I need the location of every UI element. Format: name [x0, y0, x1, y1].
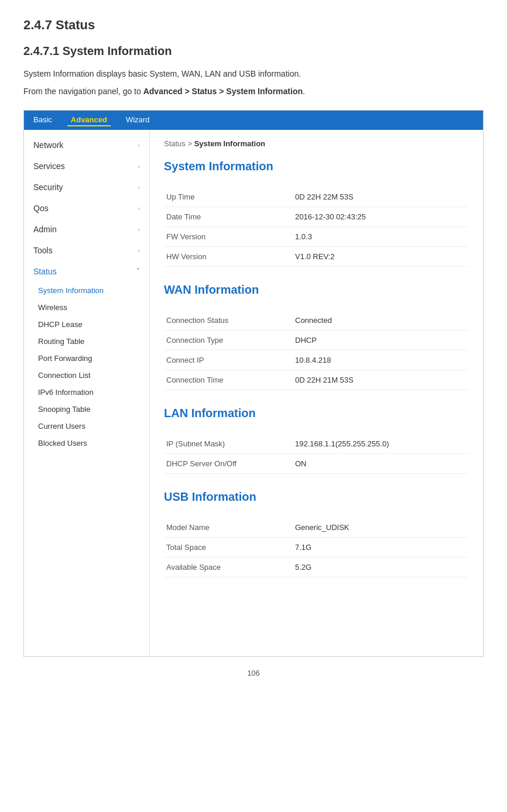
chevron-right-icon: ›	[138, 247, 140, 254]
sidebar-label-status: Status	[33, 267, 57, 276]
table-row: Model Name Generic_UDISK	[164, 518, 469, 538]
sidebar-item-network[interactable]: Network ›	[24, 135, 149, 156]
sidebar-item-security[interactable]: Security ›	[24, 177, 149, 198]
usb-total-label: Total Space	[166, 543, 295, 552]
doc-para2-after: .	[303, 87, 305, 96]
table-row: Connect IP 10.8.4.218	[164, 350, 469, 370]
table-row: Connection Type DHCP	[164, 331, 469, 350]
lan-dhcp-label: DHCP Server On/Off	[166, 459, 295, 468]
sidebar-sub-connection-list[interactable]: Connection List	[24, 367, 149, 384]
chevron-right-icon: ›	[138, 184, 140, 191]
table-row: Date Time 2016-12-30 02:43:25	[164, 207, 469, 227]
wan-conn-type-value: DHCP	[295, 336, 317, 345]
table-row: IP (Subnet Mask) 192.168.1.1(255.255.255…	[164, 434, 469, 454]
sidebar-sub-dhcp-lease[interactable]: DHCP Lease	[24, 316, 149, 333]
wan-conn-status-value: Connected	[295, 316, 332, 325]
sidebar-item-admin[interactable]: Admin ›	[24, 219, 149, 240]
sidebar-sub-routing-table[interactable]: Routing Table	[24, 333, 149, 350]
wan-connect-ip-label: Connect IP	[166, 356, 295, 364]
main-area: Network › Services › Security › Qos › Ad…	[24, 130, 483, 656]
wan-conn-time-value: 0D 22H 21M 53S	[295, 376, 354, 384]
content-panel: Status > System Information System Infor…	[150, 130, 483, 656]
doc-para1: System Information displays basic System…	[23, 67, 484, 80]
usb-info-title: USB Information	[164, 490, 469, 507]
chevron-right-icon: ›	[138, 205, 140, 212]
doc-para2-before: From the navigation panel, go to	[23, 87, 143, 96]
wan-conn-type-label: Connection Type	[166, 336, 295, 345]
usb-model-value: Generic_UDISK	[295, 523, 349, 532]
sidebar-item-qos[interactable]: Qos ›	[24, 198, 149, 219]
sys-datetime-value: 2016-12-30 02:43:25	[295, 212, 366, 221]
page-number: 106	[247, 669, 260, 677]
sidebar-label-qos: Qos	[33, 204, 49, 213]
sidebar-item-status[interactable]: Status ˅	[24, 261, 149, 282]
sidebar-sub-snooping[interactable]: Snooping Table	[24, 401, 149, 418]
sidebar-label-admin: Admin	[33, 225, 57, 234]
sidebar-item-tools[interactable]: Tools ›	[24, 240, 149, 261]
sys-uptime-label: Up Time	[166, 192, 295, 201]
table-row: FW Version 1.0.3	[164, 227, 469, 247]
doc-subtitle: 2.4.7.1 System Information	[23, 44, 484, 58]
sidebar-label-tools: Tools	[33, 246, 53, 255]
system-info-table: Up Time 0D 22H 22M 53S Date Time 2016-12…	[164, 187, 469, 267]
wan-info-title: WAN Information	[164, 283, 469, 300]
sidebar-sub-ipv6[interactable]: IPv6 Information	[24, 384, 149, 401]
top-nav: Basic Advanced Wizard	[24, 111, 483, 130]
sidebar-sub-current-users[interactable]: Current Users	[24, 418, 149, 435]
table-row: Total Space 7.1G	[164, 538, 469, 558]
wan-connect-ip-value: 10.8.4.218	[295, 356, 331, 364]
sys-hw-value: V1.0 REV:2	[295, 252, 334, 261]
chevron-down-icon: ˅	[136, 267, 140, 275]
breadcrumb: Status > System Information	[164, 139, 469, 148]
sidebar-label-services: Services	[33, 161, 65, 171]
sidebar-sub: System Information Wireless DHCP Lease R…	[24, 282, 149, 452]
chevron-right-icon: ›	[138, 226, 140, 233]
wan-info-table: Connection Status Connected Connection T…	[164, 311, 469, 390]
wan-conn-time-label: Connection Time	[166, 376, 295, 384]
sidebar-label-network: Network	[33, 140, 63, 150]
lan-info-table: IP (Subnet Mask) 192.168.1.1(255.255.255…	[164, 434, 469, 474]
chevron-right-icon: ›	[138, 163, 140, 170]
lan-dhcp-value: ON	[295, 459, 307, 468]
sys-datetime-label: Date Time	[166, 212, 295, 221]
wan-conn-status-label: Connection Status	[166, 316, 295, 325]
usb-info-table: Model Name Generic_UDISK Total Space 7.1…	[164, 518, 469, 577]
usb-total-value: 7.1G	[295, 543, 311, 552]
nav-wizard[interactable]: Wizard	[122, 114, 153, 126]
nav-basic[interactable]: Basic	[30, 114, 56, 126]
screenshot-box: Basic Advanced Wizard Network › Services…	[23, 110, 484, 657]
sidebar-sub-port-forwarding[interactable]: Port Forwarding	[24, 350, 149, 367]
doc-para2-bold: Advanced > Status > System Information	[143, 87, 303, 96]
table-row: DHCP Server On/Off ON	[164, 454, 469, 474]
doc-para2: From the navigation panel, go to Advance…	[23, 85, 484, 98]
breadcrumb-current: System Information	[194, 139, 265, 148]
table-row: Available Space 5.2G	[164, 558, 469, 577]
nav-advanced[interactable]: Advanced	[67, 114, 111, 126]
lan-ip-label: IP (Subnet Mask)	[166, 439, 295, 448]
sidebar-sub-wireless[interactable]: Wireless	[24, 299, 149, 316]
page-footer: 106	[23, 657, 484, 683]
breadcrumb-separator: >	[186, 139, 194, 148]
sys-fw-value: 1.0.3	[295, 232, 312, 241]
sidebar-item-services[interactable]: Services ›	[24, 156, 149, 177]
sidebar-label-security: Security	[33, 183, 63, 192]
sys-fw-label: FW Version	[166, 232, 295, 241]
usb-model-label: Model Name	[166, 523, 295, 532]
sidebar-sub-blocked-users[interactable]: Blocked Users	[24, 435, 149, 452]
sys-hw-label: HW Version	[166, 252, 295, 261]
table-row: Connection Status Connected	[164, 311, 469, 331]
page-wrapper: 2.4.7 Status 2.4.7.1 System Information …	[0, 0, 507, 701]
doc-title: 2.4.7 Status	[23, 18, 484, 33]
chevron-right-icon: ›	[138, 142, 140, 149]
lan-ip-value: 192.168.1.1(255.255.255.0)	[295, 439, 389, 448]
table-row: Up Time 0D 22H 22M 53S	[164, 187, 469, 207]
table-row: Connection Time 0D 22H 21M 53S	[164, 370, 469, 390]
usb-avail-label: Available Space	[166, 563, 295, 572]
sidebar-sub-system-info[interactable]: System Information	[24, 282, 149, 299]
system-info-title: System Information	[164, 160, 469, 177]
lan-info-title: LAN Information	[164, 407, 469, 424]
usb-avail-value: 5.2G	[295, 563, 311, 572]
breadcrumb-parent: Status	[164, 139, 186, 148]
sidebar: Network › Services › Security › Qos › Ad…	[24, 130, 150, 656]
sys-uptime-value: 0D 22H 22M 53S	[295, 192, 354, 201]
